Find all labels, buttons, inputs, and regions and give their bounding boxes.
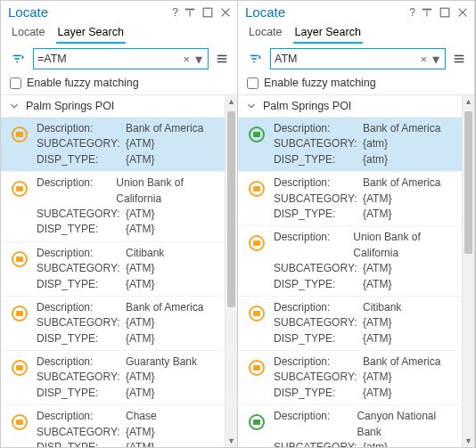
result-item[interactable]: Description:Bank of America SUBCATEGORY:… [1,117,225,171]
field-label: SUBCATEGORY: [37,261,126,276]
tab-locate[interactable]: Locate [247,23,284,44]
poi-icon [247,300,267,346]
field-label: SUBCATEGORY: [274,191,363,207]
group-header[interactable]: Palm Springs POI [1,95,225,117]
field-label: Description: [37,246,126,261]
scroll-down-icon[interactable]: ▼ [226,435,237,447]
scroll-thumb[interactable] [227,111,235,307]
result-item[interactable]: Description:Bank of America SUBCATEGORY:… [1,296,225,350]
result-item[interactable]: Description:Union Bank of California SUB… [238,225,462,296]
field-value: {ATM} [126,261,154,276]
help-icon[interactable]: ? [409,6,415,19]
clear-icon[interactable]: × [416,53,431,66]
search-box: × ▾ [270,48,446,69]
scroll-up-icon[interactable]: ▲ [226,95,237,108]
maximize-icon[interactable] [439,6,451,19]
field-label: DISP_TYPE: [37,386,126,401]
results-list: Palm Springs POI Description:Bank of Ame… [1,95,225,447]
result-item[interactable]: Description:Canyon National Bank SUBCATE… [238,404,462,447]
svg-rect-1 [203,8,212,17]
scrollbar[interactable]: ▲ ▼ [462,95,474,447]
result-item[interactable]: Description:Bank of America SUBCATEGORY:… [238,350,462,404]
maximize-icon[interactable] [201,6,214,19]
menu-button[interactable] [212,49,232,69]
field-label: Description: [37,409,126,424]
field-label: SUBCATEGORY: [274,136,363,151]
search-input[interactable] [275,53,416,65]
pane-title: Locate [245,4,285,20]
result-item[interactable]: Description:Citibank SUBCATEGORY:{ATM} D… [1,241,225,296]
group-header[interactable]: Palm Springs POI [238,95,462,117]
field-label: Description: [37,354,126,370]
field-label: Description: [274,175,363,191]
help-icon[interactable]: ? [172,6,178,19]
field-value: {ATM} [126,440,154,447]
field-value: {ATM} [363,191,391,207]
result-item[interactable]: Description:Union Bank of California SUB… [1,171,225,241]
result-item[interactable]: Description:Bank of America SUBCATEGORY:… [238,171,462,225]
pane-title: Locate [8,4,48,20]
field-value: {ATM} [126,152,154,167]
clear-icon[interactable]: × [179,53,193,66]
svg-rect-2 [423,8,432,10]
field-label: Description: [274,121,363,136]
tab-locate[interactable]: Locate [10,23,47,44]
field-value: Bank of America [363,175,440,191]
fuzzy-checkbox[interactable] [247,77,259,89]
close-icon[interactable] [456,6,469,19]
dropdown-icon[interactable]: ▾ [193,51,204,68]
search-input[interactable] [37,53,179,65]
field-value: {ATM} [363,315,391,330]
field-label: DISP_TYPE: [274,152,363,167]
field-value: Canyon National Bank [357,409,456,440]
field-value: {atm} [363,136,388,151]
result-item[interactable]: Description:Guaranty Bank SUBCATEGORY:{A… [1,350,225,404]
field-label: DISP_TYPE: [274,277,363,292]
field-value: Bank of America [126,300,203,315]
scroll-down-icon[interactable]: ▼ [463,435,474,447]
field-value: {ATM} [126,222,154,237]
tab-layer-search[interactable]: Layer Search [293,23,363,44]
tabs: Locate Layer Search [238,21,474,44]
scroll-up-icon[interactable]: ▲ [463,95,474,108]
scroll-thumb[interactable] [464,111,472,254]
result-item[interactable]: Description:Chase SUBCATEGORY:{ATM} DISP… [1,404,225,447]
filter-button[interactable] [243,49,267,69]
group-title: Palm Springs POI [263,100,351,112]
field-value: {ATM} [363,207,391,222]
field-label: DISP_TYPE: [37,277,126,292]
field-value: {ATM} [363,331,391,346]
poi-icon [247,175,267,222]
autohide-icon[interactable] [184,6,196,19]
field-value: {ATM} [126,370,154,385]
field-label: Description: [274,354,363,370]
menu-button[interactable] [449,49,469,69]
field-label: SUBCATEGORY: [274,440,363,447]
poi-icon [10,409,29,447]
filter-button[interactable] [6,49,29,69]
field-value: {ATM} [363,386,391,401]
field-value: {ATM} [126,331,154,346]
tabs: Locate Layer Search [1,21,237,44]
poi-icon [247,409,267,447]
title-bar: Locate ? [238,1,474,21]
field-label: SUBCATEGORY: [37,425,126,440]
field-label: DISP_TYPE: [37,152,126,167]
field-value: {ATM} [126,315,154,330]
result-item[interactable]: Description:Bank of America SUBCATEGORY:… [238,117,462,171]
dropdown-icon[interactable]: ▾ [431,51,441,68]
field-label: SUBCATEGORY: [274,315,363,330]
fuzzy-checkbox[interactable] [10,77,21,89]
close-icon[interactable] [219,6,232,19]
field-label: DISP_TYPE: [37,440,126,447]
field-value: Chase [126,409,157,424]
results-list: Palm Springs POI Description:Bank of Ame… [238,95,462,447]
autohide-icon[interactable] [421,6,433,19]
field-value: Bank of America [126,121,203,136]
tab-layer-search[interactable]: Layer Search [56,23,126,44]
result-item[interactable]: Description:Citibank SUBCATEGORY:{ATM} D… [238,296,462,350]
field-value: {atm} [363,440,388,447]
field-label: Description: [274,300,363,315]
scrollbar[interactable]: ▲ ▼ [225,95,237,447]
poi-icon [10,354,29,401]
